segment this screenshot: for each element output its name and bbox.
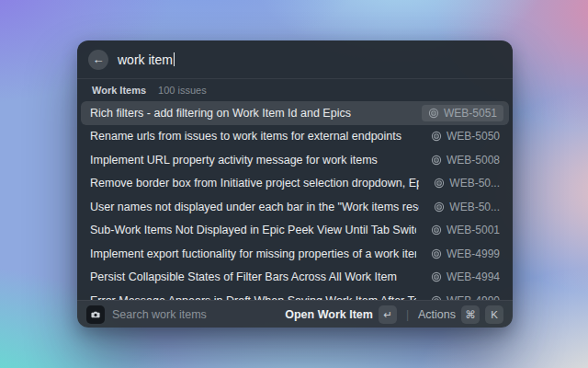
footer-search-hint: Search work items [112, 308, 207, 321]
work-item-title: Rich filters - add filtering on Work Ite… [90, 107, 411, 120]
work-item-icon [434, 201, 445, 213]
back-button[interactable]: ← [88, 50, 108, 70]
work-item-icon [431, 271, 442, 282]
text-caret [174, 52, 175, 66]
arrow-left-icon: ← [93, 53, 105, 65]
section-title: Work Items [92, 85, 146, 96]
command-palette: ← work item Work Items 100 issues Rich f… [77, 40, 513, 328]
footer-divider: | [404, 308, 411, 321]
work-item-id: WEB-5001 [447, 224, 500, 236]
results-list: Rich filters - add filtering on Work Ite… [77, 99, 513, 300]
work-item-id: WEB-4999 [447, 247, 500, 260]
result-row[interactable]: User names not displayed under each bar … [81, 195, 509, 219]
results-section-header: Work Items 100 issues [77, 79, 513, 99]
result-row[interactable]: Sub-Work Items Not Displayed in Epic Pee… [81, 219, 509, 243]
work-item-id-badge: WEB-5008 [427, 152, 503, 168]
result-row[interactable]: Implement URL property activity message … [81, 148, 509, 172]
work-item-id-badge: WEB-5050 [427, 128, 503, 144]
open-work-item-action[interactable]: Open Work Item ↵ [285, 305, 397, 324]
actions-menu-button[interactable]: Actions ⌘ K [418, 305, 503, 324]
footer-bar: Search work items Open Work Item ↵ | Act… [77, 300, 513, 328]
work-item-id-badge: WEB-4994 [427, 269, 503, 285]
work-item-id: WEB-5051 [444, 107, 497, 120]
work-item-id: WEB-5050 [447, 130, 500, 143]
k-key-icon: K [485, 305, 503, 324]
work-item-id: WEB-4994 [447, 270, 500, 283]
work-item-title: User names not displayed under each bar … [90, 201, 419, 213]
command-key-icon: ⌘ [461, 305, 480, 324]
search-input[interactable]: work item [118, 52, 175, 67]
work-item-title: Rename urls from issues to work items fo… [90, 130, 416, 143]
work-item-title: Implement URL property activity message … [90, 154, 416, 167]
desktop-background: ← work item Work Items 100 issues Rich f… [0, 0, 588, 368]
enter-key-icon: ↵ [379, 305, 397, 324]
actions-label: Actions [418, 308, 456, 321]
search-query-text: work item [118, 52, 173, 67]
search-context-key [86, 305, 105, 324]
work-item-icon [431, 155, 442, 166]
work-item-id-badge: WEB-4999 [427, 246, 503, 262]
work-item-title: Sub-Work Items Not Displayed in Epic Pee… [90, 224, 416, 236]
result-row[interactable]: Implement export fuctionality for missin… [81, 242, 509, 266]
work-item-id: WEB-50... [449, 177, 500, 190]
work-item-icon [431, 224, 442, 236]
work-item-title: Implement export fuctionality for missin… [90, 247, 416, 260]
work-item-icon [431, 131, 442, 142]
work-item-id-badge: WEB-5001 [427, 222, 503, 238]
work-item-id-badge: WEB-4990 [427, 293, 503, 300]
work-item-id-badge: WEB-50... [430, 199, 503, 215]
open-work-item-label: Open Work Item [285, 308, 373, 321]
work-item-id: WEB-5008 [447, 154, 500, 167]
work-item-id-badge: WEB-5051 [422, 105, 503, 121]
work-item-id-badge: WEB-50... [430, 175, 503, 191]
camera-icon [90, 309, 101, 320]
work-item-icon [431, 248, 442, 259]
result-row[interactable]: Remove border box from Initiative projec… [81, 172, 509, 196]
work-item-icon [428, 108, 439, 119]
result-row[interactable]: Persist Collapsible States of Filter Bar… [81, 266, 509, 290]
section-count: 100 issues [158, 85, 207, 96]
search-bar: ← work item [77, 40, 513, 79]
work-item-icon [434, 178, 445, 189]
result-row[interactable]: Rich filters - add filtering on Work Ite… [81, 101, 509, 125]
result-row[interactable]: Error Message Appears in Draft When Savi… [81, 289, 509, 300]
work-item-id: WEB-50... [449, 201, 500, 213]
work-item-title: Persist Collapsible States of Filter Bar… [90, 270, 416, 283]
work-item-title: Remove border box from Initiative projec… [90, 177, 419, 190]
result-row[interactable]: Rename urls from issues to work items fo… [81, 125, 509, 149]
